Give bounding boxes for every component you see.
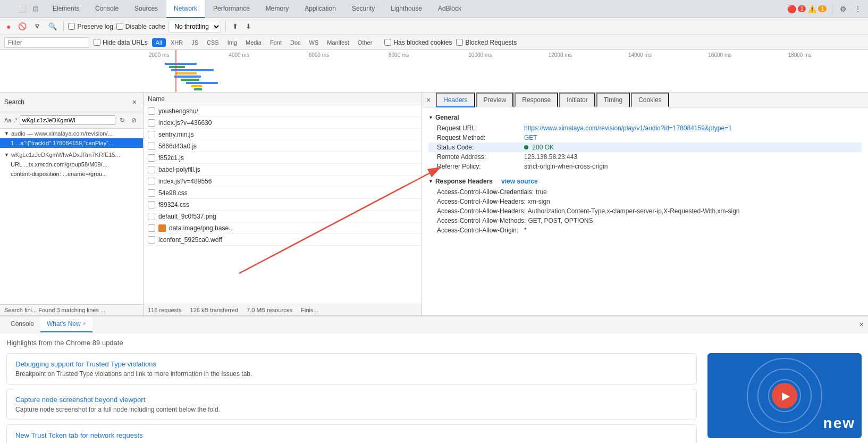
nav-group-wkglc[interactable]: ▼ wKgLc1zJeDKgmWIwADxJRm7KRfE15... bbox=[0, 150, 143, 160]
tab-adblock[interactable]: AdBlock bbox=[431, 0, 469, 18]
request-row[interactable]: babel-polyfill.js bbox=[144, 164, 422, 175]
feature-card-3[interactable]: New Trust Token tab for network requests bbox=[6, 424, 697, 443]
filter-type-font[interactable]: Font bbox=[266, 38, 285, 47]
hide-data-urls-checkbox[interactable] bbox=[94, 39, 100, 46]
filter-type-xhr[interactable]: XHR bbox=[167, 38, 187, 47]
request-checkbox[interactable] bbox=[148, 224, 155, 232]
request-row[interactable]: sentry.min.js bbox=[144, 129, 422, 140]
feature-card-1[interactable]: Debugging support for Trusted Type viola… bbox=[6, 353, 697, 385]
clear-button[interactable]: 🚫 bbox=[16, 21, 29, 31]
feature-title-3: New Trust Token tab for network requests bbox=[15, 431, 688, 439]
close-search-button[interactable]: × bbox=[130, 96, 139, 108]
request-row[interactable]: data:image/png;base... bbox=[144, 222, 422, 234]
request-row[interactable]: f852c1.js bbox=[144, 152, 422, 164]
tab-headers[interactable]: Headers bbox=[436, 93, 475, 107]
tab-cookies[interactable]: Cookies bbox=[631, 93, 669, 107]
left-panel: Search × Aa .* ↻ ⊘ ▼ audio — www.ximalay… bbox=[0, 93, 144, 315]
request-checkbox[interactable] bbox=[148, 166, 155, 173]
request-checkbox[interactable] bbox=[148, 236, 155, 244]
record-button[interactable]: ● bbox=[4, 21, 13, 32]
request-row[interactable]: 5666d43a0.js bbox=[144, 140, 422, 152]
nav-group-audio[interactable]: ▼ audio — www.ximalaya.com/revision/... bbox=[0, 129, 143, 138]
search-icon-button[interactable]: 🔍 bbox=[46, 21, 59, 31]
search-input[interactable] bbox=[20, 115, 115, 125]
hide-data-urls-label[interactable]: Hide data URLs bbox=[94, 39, 148, 46]
tab-lighthouse[interactable]: Lighthouse bbox=[383, 0, 429, 18]
tab-performance[interactable]: Performance bbox=[206, 0, 257, 18]
filter-type-ws[interactable]: WS bbox=[306, 38, 323, 47]
clear-search-icon[interactable]: ⊘ bbox=[129, 114, 139, 126]
video-thumbnail[interactable]: ▶ new bbox=[707, 353, 862, 438]
tab-network[interactable]: Network bbox=[166, 0, 205, 18]
view-source-link[interactable]: view source bbox=[501, 178, 538, 185]
request-name: index.js?v=489556 bbox=[158, 178, 212, 185]
filter-type-img[interactable]: Img bbox=[224, 38, 241, 47]
tab-initiator[interactable]: Initiator bbox=[559, 93, 595, 107]
request-checkbox[interactable] bbox=[148, 119, 155, 127]
section-arrow-icon: ▼ bbox=[428, 115, 433, 120]
restore-icon[interactable]: ⬜ bbox=[16, 3, 29, 15]
tab-whats-new[interactable]: What's New × bbox=[40, 316, 92, 332]
request-checkbox[interactable] bbox=[148, 131, 155, 138]
filter-type-js[interactable]: JS bbox=[188, 38, 202, 47]
preserve-log-label[interactable]: Preserve log bbox=[68, 23, 113, 30]
request-row[interactable]: index.js?v=436630 bbox=[144, 117, 422, 129]
request-row[interactable]: iconfont_5925ca0.woff bbox=[144, 234, 422, 246]
blocked-requests-label[interactable]: Blocked Requests bbox=[456, 39, 517, 46]
has-blocked-cookies-checkbox[interactable] bbox=[384, 39, 391, 46]
filter-type-doc[interactable]: Doc bbox=[286, 38, 305, 47]
filter-type-css[interactable]: CSS bbox=[203, 38, 223, 47]
filter-icon-button[interactable]: ⛛ bbox=[32, 21, 43, 31]
request-row[interactable]: index.js?v=489556 bbox=[144, 175, 422, 187]
tab-console-bottom[interactable]: Console bbox=[4, 316, 40, 332]
filter-type-manifest[interactable]: Manifest bbox=[323, 38, 353, 47]
close-bottom-panel-button[interactable]: × bbox=[855, 318, 868, 331]
import-button[interactable]: ⬆ bbox=[230, 21, 240, 31]
tab-preview[interactable]: Preview bbox=[476, 93, 514, 107]
filter-type-all[interactable]: All bbox=[152, 38, 166, 47]
tab-response[interactable]: Response bbox=[515, 93, 558, 107]
response-headers-arrow-icon: ▼ bbox=[428, 179, 433, 184]
blocked-requests-checkbox[interactable] bbox=[456, 39, 463, 46]
filter-type-other[interactable]: Other bbox=[354, 38, 376, 47]
has-blocked-cookies-label[interactable]: Has blocked cookies bbox=[384, 39, 452, 46]
detail-close-button[interactable]: × bbox=[422, 93, 435, 107]
request-checkbox[interactable] bbox=[148, 201, 155, 208]
preserve-log-checkbox[interactable] bbox=[68, 23, 75, 30]
request-checkbox[interactable] bbox=[148, 189, 155, 197]
general-section-header[interactable]: ▼ General bbox=[428, 112, 862, 123]
request-row[interactable]: f89324.css bbox=[144, 199, 422, 211]
settings-icon[interactable]: ⚙ bbox=[838, 3, 849, 15]
response-headers-section-header[interactable]: ▼ Response Headers view source bbox=[428, 175, 862, 187]
request-checkbox[interactable] bbox=[148, 213, 155, 220]
inspect-icon[interactable]: ⊡ bbox=[31, 3, 41, 15]
disable-cache-checkbox[interactable] bbox=[116, 23, 123, 30]
filter-type-media[interactable]: Media bbox=[242, 38, 265, 47]
refresh-icon[interactable]: ↻ bbox=[117, 114, 127, 126]
tab-security[interactable]: Security bbox=[344, 0, 382, 18]
tab-application[interactable]: Application bbox=[297, 0, 343, 18]
request-checkbox[interactable] bbox=[148, 154, 155, 162]
tab-timing[interactable]: Timing bbox=[596, 93, 630, 107]
nav-item-content[interactable]: content-disposition: ...ename=/grou... bbox=[0, 169, 143, 179]
tab-console[interactable]: Console bbox=[88, 0, 126, 18]
request-checkbox[interactable] bbox=[148, 178, 155, 185]
tab-sources[interactable]: Sources bbox=[127, 0, 165, 18]
transferred-size: 126 kB transferred bbox=[190, 307, 239, 313]
tab-elements[interactable]: Elements bbox=[45, 0, 87, 18]
nav-item-url[interactable]: URL ...tx.xmcdn.com/group58/M09/... bbox=[0, 160, 143, 169]
request-row[interactable]: youshengshu/ bbox=[144, 105, 422, 117]
request-checkbox[interactable] bbox=[148, 107, 155, 115]
close-whats-new-icon[interactable]: × bbox=[83, 321, 86, 327]
tab-memory[interactable]: Memory bbox=[258, 0, 296, 18]
nav-item-1[interactable]: 1 ...a":{"trackId":178084159,"canPlay"..… bbox=[0, 138, 143, 148]
request-checkbox[interactable] bbox=[148, 143, 155, 150]
feature-card-2[interactable]: Capture node screenshot beyond viewport … bbox=[6, 389, 697, 420]
filter-input[interactable] bbox=[4, 37, 89, 48]
request-row[interactable]: 54e98.css bbox=[144, 187, 422, 199]
request-row[interactable]: default_9c0f537.png bbox=[144, 211, 422, 222]
export-button[interactable]: ⬇ bbox=[243, 21, 254, 31]
more-icon[interactable]: ⋮ bbox=[852, 3, 864, 15]
throttle-select[interactable]: No throttling bbox=[168, 21, 221, 32]
disable-cache-label[interactable]: Disable cache bbox=[116, 23, 165, 30]
